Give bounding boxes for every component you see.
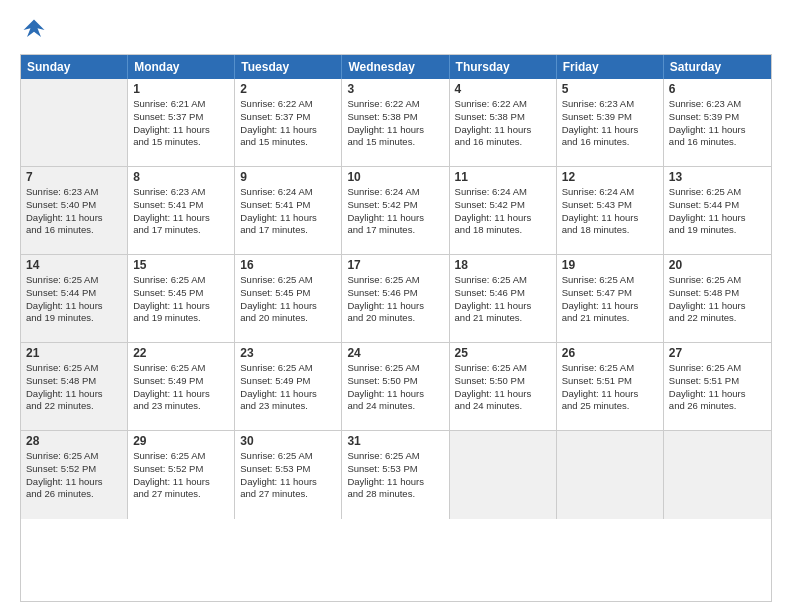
day-number: 3	[347, 82, 443, 96]
day-number: 26	[562, 346, 658, 360]
calendar-cell: 20Sunrise: 6:25 AM Sunset: 5:48 PM Dayli…	[664, 255, 771, 342]
day-number: 1	[133, 82, 229, 96]
cell-info: Sunrise: 6:25 AM Sunset: 5:46 PM Dayligh…	[347, 274, 443, 325]
day-number: 7	[26, 170, 122, 184]
day-number: 16	[240, 258, 336, 272]
day-number: 24	[347, 346, 443, 360]
calendar-header-cell: Saturday	[664, 55, 771, 79]
calendar-header: SundayMondayTuesdayWednesdayThursdayFrid…	[21, 55, 771, 79]
calendar-cell: 2Sunrise: 6:22 AM Sunset: 5:37 PM Daylig…	[235, 79, 342, 166]
logo	[20, 16, 52, 44]
calendar-cell: 26Sunrise: 6:25 AM Sunset: 5:51 PM Dayli…	[557, 343, 664, 430]
calendar-week: 21Sunrise: 6:25 AM Sunset: 5:48 PM Dayli…	[21, 343, 771, 431]
cell-info: Sunrise: 6:25 AM Sunset: 5:50 PM Dayligh…	[347, 362, 443, 413]
calendar-cell: 21Sunrise: 6:25 AM Sunset: 5:48 PM Dayli…	[21, 343, 128, 430]
calendar-cell: 30Sunrise: 6:25 AM Sunset: 5:53 PM Dayli…	[235, 431, 342, 519]
calendar-cell: 27Sunrise: 6:25 AM Sunset: 5:51 PM Dayli…	[664, 343, 771, 430]
calendar-cell: 14Sunrise: 6:25 AM Sunset: 5:44 PM Dayli…	[21, 255, 128, 342]
cell-info: Sunrise: 6:23 AM Sunset: 5:39 PM Dayligh…	[562, 98, 658, 149]
calendar-cell: 17Sunrise: 6:25 AM Sunset: 5:46 PM Dayli…	[342, 255, 449, 342]
calendar-cell	[450, 431, 557, 519]
day-number: 23	[240, 346, 336, 360]
day-number: 13	[669, 170, 766, 184]
calendar-cell	[664, 431, 771, 519]
calendar-cell: 3Sunrise: 6:22 AM Sunset: 5:38 PM Daylig…	[342, 79, 449, 166]
calendar-week: 1Sunrise: 6:21 AM Sunset: 5:37 PM Daylig…	[21, 79, 771, 167]
calendar-cell: 13Sunrise: 6:25 AM Sunset: 5:44 PM Dayli…	[664, 167, 771, 254]
calendar-cell: 12Sunrise: 6:24 AM Sunset: 5:43 PM Dayli…	[557, 167, 664, 254]
cell-info: Sunrise: 6:25 AM Sunset: 5:51 PM Dayligh…	[562, 362, 658, 413]
calendar-cell: 7Sunrise: 6:23 AM Sunset: 5:40 PM Daylig…	[21, 167, 128, 254]
calendar-cell: 6Sunrise: 6:23 AM Sunset: 5:39 PM Daylig…	[664, 79, 771, 166]
calendar-cell: 9Sunrise: 6:24 AM Sunset: 5:41 PM Daylig…	[235, 167, 342, 254]
day-number: 15	[133, 258, 229, 272]
cell-info: Sunrise: 6:24 AM Sunset: 5:42 PM Dayligh…	[347, 186, 443, 237]
page: SundayMondayTuesdayWednesdayThursdayFrid…	[0, 0, 792, 612]
day-number: 17	[347, 258, 443, 272]
svg-marker-0	[24, 20, 45, 38]
cell-info: Sunrise: 6:21 AM Sunset: 5:37 PM Dayligh…	[133, 98, 229, 149]
calendar-body: 1Sunrise: 6:21 AM Sunset: 5:37 PM Daylig…	[21, 79, 771, 519]
cell-info: Sunrise: 6:25 AM Sunset: 5:44 PM Dayligh…	[26, 274, 122, 325]
cell-info: Sunrise: 6:25 AM Sunset: 5:48 PM Dayligh…	[669, 274, 766, 325]
calendar-header-cell: Wednesday	[342, 55, 449, 79]
day-number: 30	[240, 434, 336, 448]
cell-info: Sunrise: 6:25 AM Sunset: 5:47 PM Dayligh…	[562, 274, 658, 325]
calendar-cell: 19Sunrise: 6:25 AM Sunset: 5:47 PM Dayli…	[557, 255, 664, 342]
calendar-header-cell: Sunday	[21, 55, 128, 79]
calendar: SundayMondayTuesdayWednesdayThursdayFrid…	[20, 54, 772, 602]
cell-info: Sunrise: 6:23 AM Sunset: 5:39 PM Dayligh…	[669, 98, 766, 149]
calendar-cell: 15Sunrise: 6:25 AM Sunset: 5:45 PM Dayli…	[128, 255, 235, 342]
cell-info: Sunrise: 6:24 AM Sunset: 5:41 PM Dayligh…	[240, 186, 336, 237]
cell-info: Sunrise: 6:25 AM Sunset: 5:49 PM Dayligh…	[133, 362, 229, 413]
cell-info: Sunrise: 6:25 AM Sunset: 5:53 PM Dayligh…	[240, 450, 336, 501]
cell-info: Sunrise: 6:23 AM Sunset: 5:41 PM Dayligh…	[133, 186, 229, 237]
calendar-cell: 22Sunrise: 6:25 AM Sunset: 5:49 PM Dayli…	[128, 343, 235, 430]
day-number: 29	[133, 434, 229, 448]
calendar-week: 14Sunrise: 6:25 AM Sunset: 5:44 PM Dayli…	[21, 255, 771, 343]
header	[20, 16, 772, 44]
day-number: 8	[133, 170, 229, 184]
cell-info: Sunrise: 6:25 AM Sunset: 5:52 PM Dayligh…	[133, 450, 229, 501]
calendar-cell: 28Sunrise: 6:25 AM Sunset: 5:52 PM Dayli…	[21, 431, 128, 519]
calendar-week: 7Sunrise: 6:23 AM Sunset: 5:40 PM Daylig…	[21, 167, 771, 255]
logo-icon	[20, 16, 48, 44]
calendar-cell	[557, 431, 664, 519]
calendar-cell: 23Sunrise: 6:25 AM Sunset: 5:49 PM Dayli…	[235, 343, 342, 430]
calendar-cell: 11Sunrise: 6:24 AM Sunset: 5:42 PM Dayli…	[450, 167, 557, 254]
cell-info: Sunrise: 6:25 AM Sunset: 5:46 PM Dayligh…	[455, 274, 551, 325]
cell-info: Sunrise: 6:25 AM Sunset: 5:53 PM Dayligh…	[347, 450, 443, 501]
cell-info: Sunrise: 6:24 AM Sunset: 5:43 PM Dayligh…	[562, 186, 658, 237]
cell-info: Sunrise: 6:25 AM Sunset: 5:44 PM Dayligh…	[669, 186, 766, 237]
calendar-cell: 16Sunrise: 6:25 AM Sunset: 5:45 PM Dayli…	[235, 255, 342, 342]
cell-info: Sunrise: 6:23 AM Sunset: 5:40 PM Dayligh…	[26, 186, 122, 237]
calendar-cell: 18Sunrise: 6:25 AM Sunset: 5:46 PM Dayli…	[450, 255, 557, 342]
calendar-header-cell: Friday	[557, 55, 664, 79]
calendar-header-cell: Thursday	[450, 55, 557, 79]
day-number: 14	[26, 258, 122, 272]
calendar-cell: 4Sunrise: 6:22 AM Sunset: 5:38 PM Daylig…	[450, 79, 557, 166]
calendar-cell: 1Sunrise: 6:21 AM Sunset: 5:37 PM Daylig…	[128, 79, 235, 166]
cell-info: Sunrise: 6:22 AM Sunset: 5:38 PM Dayligh…	[347, 98, 443, 149]
day-number: 28	[26, 434, 122, 448]
day-number: 5	[562, 82, 658, 96]
day-number: 21	[26, 346, 122, 360]
cell-info: Sunrise: 6:24 AM Sunset: 5:42 PM Dayligh…	[455, 186, 551, 237]
calendar-cell: 5Sunrise: 6:23 AM Sunset: 5:39 PM Daylig…	[557, 79, 664, 166]
day-number: 27	[669, 346, 766, 360]
day-number: 25	[455, 346, 551, 360]
day-number: 22	[133, 346, 229, 360]
cell-info: Sunrise: 6:25 AM Sunset: 5:48 PM Dayligh…	[26, 362, 122, 413]
day-number: 4	[455, 82, 551, 96]
cell-info: Sunrise: 6:25 AM Sunset: 5:45 PM Dayligh…	[133, 274, 229, 325]
calendar-cell: 8Sunrise: 6:23 AM Sunset: 5:41 PM Daylig…	[128, 167, 235, 254]
day-number: 6	[669, 82, 766, 96]
cell-info: Sunrise: 6:25 AM Sunset: 5:52 PM Dayligh…	[26, 450, 122, 501]
calendar-week: 28Sunrise: 6:25 AM Sunset: 5:52 PM Dayli…	[21, 431, 771, 519]
cell-info: Sunrise: 6:25 AM Sunset: 5:50 PM Dayligh…	[455, 362, 551, 413]
cell-info: Sunrise: 6:22 AM Sunset: 5:37 PM Dayligh…	[240, 98, 336, 149]
cell-info: Sunrise: 6:25 AM Sunset: 5:51 PM Dayligh…	[669, 362, 766, 413]
cell-info: Sunrise: 6:25 AM Sunset: 5:45 PM Dayligh…	[240, 274, 336, 325]
calendar-cell: 24Sunrise: 6:25 AM Sunset: 5:50 PM Dayli…	[342, 343, 449, 430]
calendar-cell	[21, 79, 128, 166]
